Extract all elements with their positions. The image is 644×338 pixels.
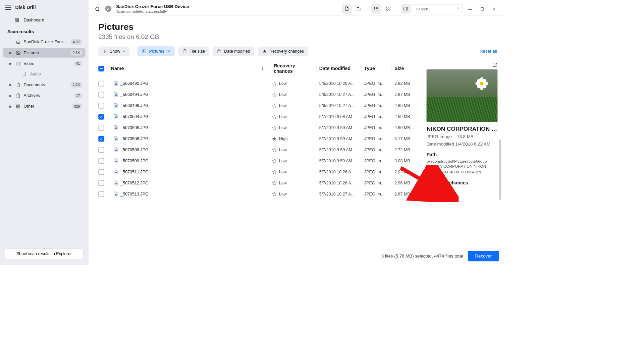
col-type[interactable]: Type (364, 66, 389, 71)
table-row[interactable]: _5070505.JPGLow5/7/2010 9:59 AMJPEG Im..… (98, 122, 421, 133)
menu-icon[interactable] (5, 5, 11, 10)
jpg-file-icon (111, 169, 120, 175)
chevron-right-icon: ▶ (9, 83, 13, 87)
table-row[interactable]: _5060492.JPGLow5/6/2010 10:26 A...JPEG I… (98, 78, 421, 89)
col-recovery[interactable]: Recovery chances (272, 63, 314, 74)
show-in-explorer-button[interactable]: Show scan results in Explorer (5, 249, 83, 259)
sidebar-item-other[interactable]: ▶ Other 929 (3, 102, 86, 111)
row-checkbox[interactable] (98, 81, 104, 87)
table-row[interactable]: ✓_5070506.JPGHigh5/7/2010 9:59 AMJPEG Im… (98, 133, 421, 144)
table-row[interactable]: _5070513.JPGLow5/7/2010 10:27 A...JPEG I… (98, 188, 421, 200)
date-cell: 5/7/2010 10:26 A... (319, 170, 359, 174)
row-checkbox[interactable] (98, 191, 104, 197)
sidebar-item-device[interactable]: SanDisk Cruzer Force U... 4.5K (3, 37, 86, 47)
maximize-button[interactable]: ▢ (477, 4, 487, 14)
other-icon (15, 104, 21, 109)
folder-view-button[interactable] (354, 4, 364, 14)
table-row[interactable]: _5070508.JPGLow5/7/2010 9:59 AMJPEG Im..… (98, 144, 421, 155)
star-icon (272, 114, 277, 119)
popout-icon[interactable] (492, 62, 497, 68)
recovery-cell: Low (272, 180, 314, 186)
date-cell: 5/7/2010 9:58 AM (319, 114, 359, 119)
table-row[interactable]: _5060496.JPGLow5/6/2010 10:27 A...JPEG I… (98, 100, 421, 111)
filesize-filter-button[interactable]: File size (178, 47, 209, 56)
table-row[interactable]: _5070512.JPGLow5/7/2010 10:26 A...JPEG I… (98, 177, 421, 188)
type-cell: JPEG Im... (364, 192, 389, 196)
col-name[interactable]: Name (111, 66, 259, 71)
date-cell: 5/7/2010 10:27 A... (319, 192, 359, 196)
page-subtitle: 2335 files on 6.02 GB (98, 33, 497, 41)
sidebar-item-label: Audio (30, 72, 82, 76)
sidebar-item-documents[interactable]: ▶ Documents 1.2K (3, 80, 86, 90)
search-input[interactable] (416, 6, 454, 11)
sidebar-item-video[interactable]: ▶ Video 41 (3, 59, 86, 68)
home-icon[interactable] (94, 5, 101, 12)
preview-pane-button[interactable] (401, 4, 411, 14)
file-name: _5070505.JPG (120, 125, 259, 130)
col-size[interactable]: Size (394, 66, 421, 71)
type-cell: JPEG Im... (364, 81, 389, 86)
recover-button[interactable]: Recover (468, 251, 499, 261)
table-row[interactable]: ✓_5070504.JPGLow5/7/2010 9:58 AMJPEG Im.… (98, 111, 421, 122)
file-view-button[interactable] (342, 4, 352, 14)
recovery-cell: High (272, 136, 314, 142)
table-row[interactable]: _5070511.JPGLow5/7/2010 10:26 A...JPEG I… (98, 166, 421, 177)
row-checkbox[interactable] (98, 125, 104, 130)
col-date[interactable]: Date modified (319, 66, 359, 71)
show-filter-button[interactable]: Show ▼ (98, 47, 129, 56)
star-icon (262, 49, 267, 54)
chevron-down-icon: ▼ (122, 50, 125, 53)
star-icon (272, 136, 277, 142)
disk-icon (15, 39, 21, 45)
sidebar-item-label: Archives (24, 93, 71, 98)
svg-point-35 (480, 82, 484, 86)
remove-filter-icon[interactable]: ✕ (167, 49, 170, 54)
datemodified-filter-button[interactable]: Date modified (213, 47, 255, 56)
pictures-chip-label: Pictures (149, 49, 164, 54)
file-name: _5070511.JPG (120, 170, 259, 174)
size-cell: 2.60 MB (394, 125, 421, 130)
row-checkbox[interactable] (98, 92, 104, 98)
preview-scrollbar[interactable] (499, 139, 501, 200)
sidebar-item-archives[interactable]: ▶ Archives 17 (3, 91, 86, 100)
file-name: _5070512.JPG (120, 181, 259, 185)
row-checkbox[interactable] (98, 103, 104, 109)
row-checkbox[interactable] (98, 169, 104, 175)
date-cell: 5/7/2010 9:59 AM (319, 125, 359, 130)
row-checkbox[interactable] (98, 180, 104, 186)
jpg-file-icon (111, 102, 120, 109)
row-checkbox[interactable] (98, 158, 104, 164)
size-cell: 2.67 MB (394, 192, 421, 196)
size-cell: 3.08 MB (394, 159, 421, 163)
file-name: _5060496.JPG (120, 103, 259, 108)
grid-view-button[interactable] (383, 4, 393, 14)
sidebar-item-audio[interactable]: Audio (9, 69, 86, 79)
select-all-checkbox[interactable]: − (98, 66, 104, 71)
document-icon (15, 82, 21, 88)
row-checkbox[interactable] (98, 147, 104, 153)
pictures-filter-chip[interactable]: Pictures ✕ (137, 46, 174, 56)
row-checkbox[interactable]: ✓ (98, 136, 104, 142)
table-row[interactable]: _5070509.JPGLow5/7/2010 9:59 AMJPEG Im..… (98, 155, 421, 166)
size-cell: 2.96 MB (394, 181, 421, 185)
video-icon (15, 61, 21, 66)
picture-icon (142, 49, 147, 54)
sidebar-dashboard[interactable]: Dashboard (0, 15, 88, 25)
sidebar-item-pictures[interactable]: ▶ Pictures 2.3K (3, 48, 86, 58)
chevron-right-icon: ▶ (9, 61, 13, 65)
table-row[interactable]: _5060494.JPGLow5/6/2010 10:27 A...JPEG I… (98, 89, 421, 100)
type-cell: JPEG Im... (364, 170, 389, 174)
minimize-button[interactable]: — (465, 4, 475, 14)
star-icon (272, 158, 277, 164)
sort-arrow-icon[interactable]: ↓ (259, 66, 266, 71)
file-name: _5070506.JPG (120, 136, 259, 141)
type-cell: JPEG Im... (364, 148, 389, 152)
type-cell: JPEG Im... (364, 159, 389, 163)
dashboard-label: Dashboard (24, 18, 44, 22)
list-view-button[interactable] (371, 4, 381, 14)
recovery-filter-button[interactable]: Recovery chances (258, 47, 308, 56)
row-checkbox[interactable]: ✓ (98, 114, 104, 119)
reset-all-link[interactable]: Reset all (480, 49, 497, 54)
close-button[interactable]: ✕ (489, 4, 499, 14)
search-box[interactable] (413, 4, 463, 13)
